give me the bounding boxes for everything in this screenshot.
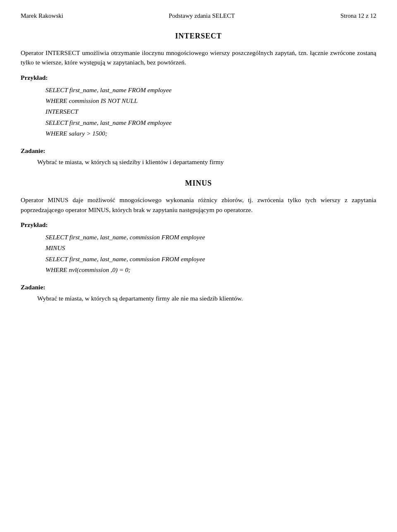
code2-line-3: SELECT first_name, last_name, commission… — [45, 254, 376, 265]
header-page: Strona 12 z 12 — [340, 12, 376, 19]
intersect-paragraph1: Operator INTERSECT umożliwia otrzymanie … — [21, 48, 376, 67]
code-line-1: SELECT first_name, last_name FROM employ… — [45, 85, 376, 95]
intersect-title: INTERSECT — [21, 32, 376, 41]
zadanie2-label: Zadanie: — [21, 284, 376, 291]
header-author: Marek Rakowski — [21, 12, 63, 19]
code2-line-4: WHERE nvl(commission ,0) = 0; — [45, 265, 376, 275]
example1-code: SELECT first_name, last_name FROM employ… — [45, 85, 376, 139]
example1-label: Przykład: — [21, 74, 376, 81]
intersect-section: INTERSECT Operator INTERSECT umożliwia o… — [21, 32, 376, 67]
minus-section: MINUS Operator MINUS daje możliwość mnog… — [21, 179, 376, 215]
example2-label: Przykład: — [21, 221, 376, 229]
header-title: Podstawy zdania SELECT — [169, 12, 235, 19]
minus-title: MINUS — [21, 179, 376, 188]
minus-paragraph: Operator MINUS daje możliwość mnogościow… — [21, 195, 376, 215]
code-line-4: SELECT first_name, last_name FROM employ… — [45, 117, 376, 128]
page-header: Marek Rakowski Podstawy zdania SELECT St… — [21, 12, 376, 19]
code2-line-2: MINUS — [45, 243, 376, 253]
code2-line-1: SELECT first_name, last_name, commission… — [45, 232, 376, 243]
example2-code: SELECT first_name, last_name, commission… — [45, 232, 376, 275]
zadanie1-section: Zadanie: Wybrać te miasta, w których są … — [21, 147, 376, 167]
zadanie1-label: Zadanie: — [21, 147, 376, 155]
zadanie2-section: Zadanie: Wybrać te miasta, w których są … — [21, 284, 376, 303]
code-line-3: INTERSECT — [45, 106, 376, 117]
zadanie2-text: Wybrać te miasta, w których są departame… — [37, 293, 376, 303]
example1-section: Przykład: SELECT first_name, last_name F… — [21, 74, 376, 139]
zadanie1-text: Wybrać te miasta, w których są siedziby … — [37, 157, 376, 167]
example2-section: Przykład: SELECT first_name, last_name, … — [21, 221, 376, 275]
code-line-2: WHERE commission IS NOT NULL — [45, 95, 376, 106]
code-line-5: WHERE salary > 1500; — [45, 128, 376, 139]
